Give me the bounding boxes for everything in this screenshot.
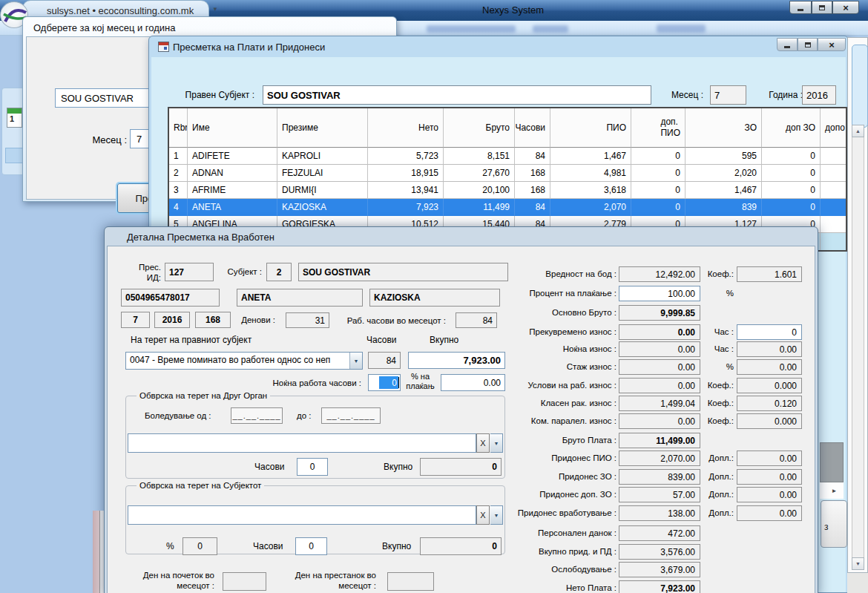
- subject-label: Субјект :: [220, 267, 262, 276]
- table-row-cell: 2,020: [685, 165, 762, 182]
- night-hours-input[interactable]: 0: [368, 374, 401, 391]
- field-label: Ноќна износ :: [563, 344, 617, 353]
- scrollbar-fragment[interactable]: [820, 442, 844, 482]
- year-input[interactable]: 2016: [802, 85, 836, 105]
- field-value-box: 7,923.00: [619, 580, 700, 593]
- field-value-box: 0.00: [619, 341, 700, 357]
- field-secondary-label: Коеф.:: [708, 381, 734, 390]
- minimize-button[interactable]: [789, 1, 812, 14]
- table-row[interactable]: 3AFRIMEDURMI{I13,94120,1001683,61801,467…: [169, 182, 846, 199]
- work-type-combobox[interactable]: 0047 - Време поминато во работен однос с…: [125, 352, 363, 370]
- subject-input[interactable]: SOU GOSTIVAR: [263, 85, 651, 105]
- maximize-button[interactable]: [798, 38, 818, 51]
- scroll-down-icon[interactable]: ▼: [852, 557, 864, 570]
- hours-column-label: Часови: [366, 335, 397, 345]
- table-row-cell: 13,941: [368, 182, 444, 199]
- table-total-row-cell: [821, 233, 846, 250]
- table-row-cell: [821, 165, 846, 182]
- table-row-cell: 168: [515, 165, 550, 182]
- table-row[interactable]: 2ADNANFEJZULAI18,91527,6701684,98102,020…: [169, 165, 846, 182]
- table-row-cell: 11,499: [444, 199, 515, 216]
- maximize-button[interactable]: [812, 1, 832, 14]
- chevron-down-icon[interactable]: [490, 506, 502, 524]
- table-header-row-cell: ЗО: [685, 108, 762, 148]
- scroll-right-icon[interactable]: ►: [829, 485, 840, 497]
- work-type-hours-box: 84: [368, 352, 401, 369]
- other-org-combobox[interactable]: [128, 433, 476, 453]
- field-value-box: 57.00: [619, 487, 700, 502]
- field-value-box: 2,070.00: [619, 451, 700, 466]
- main-window-controls: ×: [789, 1, 859, 14]
- subject-total-box: 0: [420, 537, 502, 555]
- field-value-box[interactable]: 100.00: [619, 286, 700, 301]
- panel-selected-item[interactable]: [5, 148, 24, 163]
- sick-from-input[interactable]: __.__.____: [231, 407, 283, 424]
- field-secondary-value-box: 0.00: [737, 469, 802, 485]
- hours-box: 168: [195, 312, 231, 328]
- field-value-box: 138.00: [619, 505, 700, 521]
- field-label: Бруто Плата :: [562, 436, 617, 445]
- detail-field-row: Процент на плаќање :100.00%: [520, 286, 817, 301]
- work-type-total-box: 7,923.00: [408, 352, 505, 369]
- menu-item-blur: [657, 24, 706, 33]
- other-org-hours-input[interactable]: 0: [297, 458, 328, 476]
- field-value-box: 9,999.85: [619, 305, 700, 321]
- field-value-box: 0.00: [619, 378, 700, 393]
- screen: Nexys System × sulsys.net • ecoconsultin…: [0, 0, 868, 593]
- calendar-icon[interactable]: 1: [7, 108, 22, 128]
- table-row-cell: 168: [515, 182, 550, 199]
- table-row-cell: 5,723: [368, 148, 444, 165]
- start-day-input[interactable]: [223, 572, 266, 591]
- chevron-down-icon[interactable]: [349, 353, 362, 369]
- table-row-cell: [821, 199, 846, 216]
- subject-hours-input[interactable]: 0: [295, 537, 327, 555]
- sick-to-input[interactable]: __.__.____: [321, 407, 381, 424]
- field-value-box: 12,492.00: [619, 266, 700, 282]
- calculation-fields: Вредност на бод :12,492.00Коеф.:1.601Про…: [520, 227, 817, 593]
- scroll-up-icon[interactable]: ▲: [852, 125, 864, 137]
- sick-to-label: до :: [297, 411, 312, 420]
- other-org-dropdown[interactable]: [490, 433, 503, 453]
- partial-button[interactable]: з: [821, 500, 847, 548]
- table-row-cell: 0: [762, 165, 821, 182]
- table-row[interactable]: 1ADIFETEKAPROLI5,7238,151841,46705950: [169, 148, 846, 165]
- field-label: Придонес ЗО :: [559, 472, 617, 481]
- tab-dropdown-icon[interactable]: ▼: [212, 6, 218, 13]
- field-label: Стаж износ :: [567, 362, 617, 371]
- night-pct-input[interactable]: 0.00: [441, 374, 505, 391]
- minimize-button[interactable]: [777, 38, 798, 51]
- table-row-cell: 595: [685, 148, 762, 165]
- table-row-cell: ADIFETE: [188, 148, 277, 165]
- subject-label: Правен Субјект :: [180, 90, 254, 100]
- other-org-value: [128, 434, 476, 452]
- mdi-tab-fragment[interactable]: [852, 45, 868, 128]
- end-day-input[interactable]: [387, 572, 434, 591]
- table-row[interactable]: 4ANETAKAZIOSKA7,92311,499842,07008390: [169, 199, 846, 216]
- field-label: Класен рак. износ :: [541, 399, 617, 407]
- table-header-row-cell: допо: [821, 108, 846, 148]
- field-secondary-value-box[interactable]: 0: [737, 324, 802, 340]
- field-secondary-label: Допл.:: [708, 508, 734, 517]
- start-day-label: Ден на почеток во месецот :: [135, 571, 214, 592]
- table-row-cell: 0: [762, 148, 821, 165]
- close-button[interactable]: ×: [832, 1, 859, 14]
- close-icon: ×: [829, 40, 835, 50]
- month-input[interactable]: 7: [710, 85, 746, 105]
- clear-button[interactable]: X: [476, 433, 490, 453]
- field-secondary-value-box: 0.00: [737, 341, 802, 357]
- table-row-cell: 3,618: [550, 182, 631, 199]
- table-row-cell: 2: [169, 165, 188, 182]
- vertical-scrollbar[interactable]: [852, 125, 864, 570]
- subject-obligation-dropdown[interactable]: [490, 505, 503, 525]
- field-value-box: 0.00: [619, 324, 700, 340]
- chevron-down-icon[interactable]: [490, 434, 502, 452]
- clear-button[interactable]: X: [476, 505, 490, 525]
- field-value-box: 11,499.00: [619, 433, 700, 448]
- pres-id-box: 127: [165, 263, 214, 281]
- close-button[interactable]: ×: [818, 38, 846, 51]
- subject-obligation-combobox[interactable]: [128, 505, 476, 525]
- statusbar-fragment: [847, 573, 868, 593]
- table-row-cell: 0: [631, 182, 685, 199]
- salary-window-controls: ×: [777, 38, 846, 51]
- month-box: 7: [121, 312, 150, 328]
